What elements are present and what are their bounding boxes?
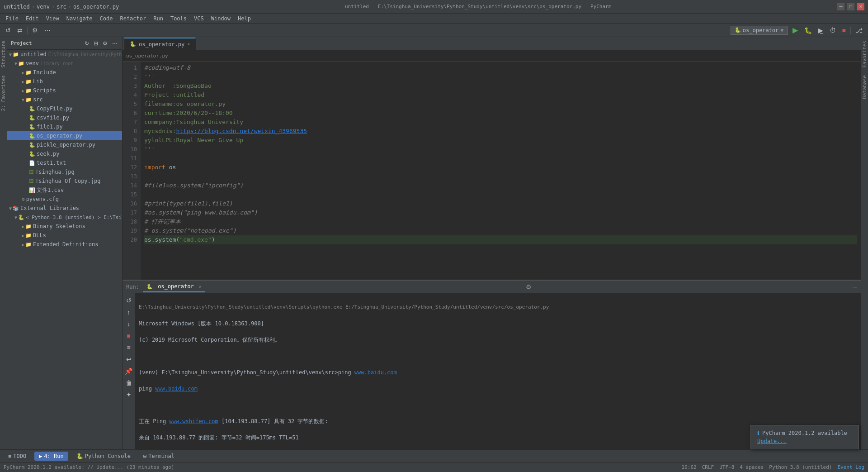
menu-help[interactable]: Help [234, 14, 255, 23]
tree-include[interactable]: ▶ 📁 Include [7, 68, 122, 77]
project-collapse-btn[interactable]: ⊟ [93, 40, 99, 47]
tree-pyvenv[interactable]: ⚙ pyvenv.cfg [7, 195, 122, 204]
tab-run[interactable]: ▶ 4: Run [34, 452, 68, 461]
menu-tools[interactable]: Tools [167, 14, 190, 23]
run-tab-close-icon[interactable]: × [199, 284, 202, 289]
tree-os-operator[interactable]: 🐍 os_operator.py [7, 131, 122, 140]
favorites-panel-label[interactable]: 2: Favorites [0, 72, 7, 114]
code-line-6: currtime:2020/6/20--18:00 [144, 110, 233, 116]
run-wand-btn[interactable]: ✦ [123, 389, 134, 400]
tab-todo[interactable]: ≡ TODO [4, 452, 31, 461]
tab-terminal[interactable]: ⊞ Terminal [139, 452, 179, 461]
run-down-btn[interactable]: ↓ [123, 319, 134, 329]
menu-vcs[interactable]: VCS [190, 14, 208, 23]
toolbar-toggle-btn[interactable]: ⇄ [15, 26, 24, 35]
tab-python-console[interactable]: 🐍 Python Console [72, 452, 135, 461]
minimize-button[interactable]: ─ [837, 3, 844, 10]
tree-extended-defs[interactable]: ▶ 📁 Extended Definitions [7, 240, 122, 249]
tree-copyfile[interactable]: 🐍 CopyFile.py [7, 104, 122, 113]
run-tab-os-operator[interactable]: 🐍 os_operator × [143, 281, 205, 292]
toolbar-debug-btn[interactable]: 🐛 [802, 26, 814, 35]
tree-csvfile[interactable]: 🐍 csvfile.py [7, 113, 122, 122]
menu-file[interactable]: File [2, 14, 22, 23]
run-config-selector[interactable]: 🐍 os_operator ▼ [731, 26, 788, 35]
file-tab-close-icon[interactable]: × [187, 42, 190, 47]
run-clear-btn[interactable]: 🗑 [123, 377, 134, 388]
menu-edit[interactable]: Edit [22, 14, 42, 23]
tree-binary-skeletons[interactable]: ▶ 📁 Binary Skeletons [7, 222, 122, 231]
tab-todo-icon: ≡ [8, 453, 11, 459]
code-line-19: # os.system("notepad.exe") [144, 227, 236, 234]
project-tree: ▼ 📁 untitled E:\Tsinghua_University\Pyth… [7, 50, 122, 449]
run-pin-btn[interactable]: 📌 [123, 366, 134, 377]
tree-python38-label: < Python 3.8 (untitled) > E:\Tsinghua_Un… [26, 215, 122, 220]
csdn-url[interactable]: https://blog.csdn.net/weixin_43969535 [176, 128, 307, 134]
code-editor[interactable]: 12345 678910 1112131415 1617181920 #codi… [123, 62, 861, 280]
menu-refactor[interactable]: Refactor [116, 14, 150, 23]
tree-python38[interactable]: ▼ 🐍 < Python 3.8 (untitled) > E:\Tsinghu… [7, 213, 122, 222]
code-line-5: filename:os_operator.py [144, 100, 226, 107]
project-more-btn[interactable]: ⋯ [111, 40, 118, 47]
menu-view[interactable]: View [42, 14, 63, 23]
tree-root-untitled[interactable]: ▼ 📁 untitled E:\Tsinghua_University\Pyth… [7, 50, 122, 59]
event-log-btn[interactable]: Event Log [837, 464, 864, 470]
tree-scripts[interactable]: ▶ 📁 Scripts [7, 86, 122, 95]
tree-tsinghua-jpg[interactable]: 🖼 Tsinghua.jpg [7, 167, 122, 176]
tree-src[interactable]: ▼ 📁 src [7, 95, 122, 104]
status-charset: UTF-8 [719, 464, 734, 470]
run-panel: Run: 🐍 os_operator × ⚙ ─ ↺ ↑ ↓ ■ ≡ ↩ 📌 [123, 280, 861, 449]
toolbar-settings-btn[interactable]: ⚙ [30, 26, 40, 35]
tree-lib[interactable]: ▶ 📁 Lib [7, 77, 122, 86]
window-title: untitled - E:\Tsinghua_University\Python… [119, 4, 837, 10]
database-label[interactable]: Database [861, 72, 868, 103]
menu-run[interactable]: Run [150, 14, 167, 23]
editor-toolbar: ↺ ⇄ ⚙ ⋯ 🐍 os_operator ▼ ▶ 🐛 ▶̲ ⏱ ■ ⎇ [0, 24, 868, 37]
run-up-btn[interactable]: ↑ [123, 307, 134, 318]
tree-seek-label: seek.py [37, 151, 60, 157]
toolbar-more-btn[interactable]: ⋯ [42, 26, 52, 35]
maximize-button[interactable]: □ [847, 3, 854, 10]
menu-navigate[interactable]: Navigate [63, 14, 96, 23]
tree-seek[interactable]: 🐍 seek.py [7, 149, 122, 158]
run-rerun-btn[interactable]: ↺ [123, 295, 134, 306]
tree-external-libs[interactable]: ▼ 📚 External Libraries [7, 204, 122, 213]
run-panel-close-btn[interactable]: ─ [853, 283, 857, 291]
tab-todo-label: TODO [13, 453, 26, 459]
tree-csv1[interactable]: 📊 文件1.csv [7, 186, 122, 195]
run-wshifen-link[interactable]: www.wshifen.com [169, 418, 218, 424]
menu-code[interactable]: Code [96, 14, 117, 23]
toolbar-git-btn[interactable]: ⎇ [854, 26, 864, 35]
tree-tsinghua-copy-jpg[interactable]: 🖼 Tsinghua_Of_Copy.jpg [7, 176, 122, 186]
tree-dlls[interactable]: ▶ 📁 DLLs [7, 231, 122, 240]
toolbar-run-btn[interactable]: ▶ [791, 25, 800, 35]
code-line-9: yylolLPL:Royal Never Give Up [144, 137, 243, 143]
status-right: 19:62 CRLF UTF-8 4 spaces Python 3.8 (un… [682, 464, 864, 470]
project-settings-btn[interactable]: ⚙ [102, 40, 108, 47]
tree-os-operator-label: os_operator.py [37, 133, 82, 139]
file-tab-os-operator[interactable]: 🐍 os_operator.py × [124, 38, 196, 50]
run-panel-settings-btn[interactable]: ⚙ [526, 283, 532, 291]
menu-window[interactable]: Window [208, 14, 234, 23]
tree-test1[interactable]: 📄 test1.txt [7, 158, 122, 167]
toolbar-refresh-btn[interactable]: ↺ [4, 26, 13, 35]
toolbar-stop-btn[interactable]: ■ [840, 26, 848, 35]
tree-pickle-operator[interactable]: 🐍 pickle_operator.py [7, 140, 122, 149]
run-stop-btn[interactable]: ■ [123, 330, 134, 341]
run-list-btn[interactable]: ≡ [123, 342, 134, 353]
run-baidu-link-1[interactable]: www.baidu.com [354, 369, 397, 376]
run-wrap-btn[interactable]: ↩ [123, 354, 134, 365]
run-blank-2 [139, 401, 857, 409]
project-sync-btn[interactable]: ↻ [84, 40, 90, 47]
code-line-16: #print(type(file1),file1) [144, 200, 233, 207]
favorites-label[interactable]: Favorites [861, 37, 868, 72]
close-button[interactable]: ✕ [857, 3, 864, 10]
run-baidu-link-2[interactable]: www.baidu.com [155, 386, 198, 392]
notification-update-link[interactable]: Update... [757, 438, 787, 444]
tree-venv[interactable]: ▼ 📁 venv library root [7, 59, 122, 68]
code-content[interactable]: #coding=utf-8 ''' Author :SongBaoBao Pro… [141, 62, 861, 280]
toolbar-coverage-btn[interactable]: ▶̲ [816, 26, 825, 35]
tree-file1[interactable]: 🐍 file1.py [7, 122, 122, 131]
left-panel-labels: Structure 2: Favorites [0, 37, 7, 449]
toolbar-profile-btn[interactable]: ⏱ [828, 26, 838, 35]
structure-panel-label[interactable]: Structure [0, 37, 7, 72]
